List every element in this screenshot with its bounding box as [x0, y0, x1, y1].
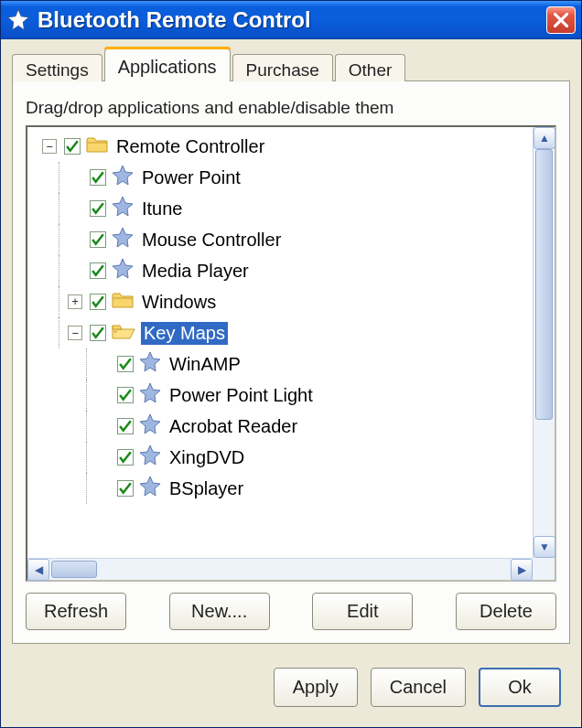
tree-node-winamp[interactable]: WinAMP [31, 348, 555, 380]
star-icon [112, 258, 134, 284]
checkbox[interactable] [90, 325, 106, 341]
ok-button[interactable]: Ok [479, 668, 561, 707]
star-icon [139, 476, 161, 502]
star-icon [139, 413, 161, 440]
scroll-h-track[interactable] [49, 559, 511, 580]
collapse-icon[interactable]: − [68, 326, 82, 340]
tree-view[interactable]: − Remote Controller Power Point [26, 125, 556, 582]
tree-node-windows[interactable]: + Windows [31, 286, 555, 317]
scroll-down-button[interactable]: ▼ [534, 536, 555, 558]
star-icon [139, 351, 161, 378]
tree-button-row: Refresh New.... Edit Delete [26, 593, 556, 630]
node-label[interactable]: Key Maps [141, 322, 228, 345]
scroll-left-button[interactable]: ◀ [27, 559, 49, 581]
tab-other[interactable]: Other [335, 54, 406, 81]
refresh-button[interactable]: Refresh [26, 593, 126, 630]
svg-marker-5 [140, 352, 160, 371]
svg-marker-8 [140, 445, 160, 465]
svg-marker-3 [113, 228, 133, 247]
scroll-up-button[interactable]: ▲ [534, 127, 555, 149]
tab-strip: Settings Applications Purchase Other [12, 48, 570, 81]
close-button[interactable] [546, 6, 576, 34]
star-icon [6, 8, 30, 32]
folder-open-icon [112, 322, 135, 345]
apply-button[interactable]: Apply [274, 668, 358, 707]
window-title: Bluetooth Remote Control [38, 7, 311, 33]
node-label[interactable]: Power Point Light [167, 384, 316, 407]
client-area: Settings Applications Purchase Other Dra… [1, 39, 581, 653]
svg-marker-2 [113, 197, 133, 216]
collapse-icon[interactable]: − [42, 139, 57, 154]
checkbox[interactable] [117, 356, 134, 372]
tab-panel-applications: Drag/drop applications and enable/disabl… [12, 80, 570, 644]
edit-button[interactable]: Edit [312, 593, 413, 630]
folder-icon [86, 135, 108, 158]
svg-marker-9 [140, 476, 160, 496]
node-label[interactable]: BSplayer [167, 477, 246, 500]
star-icon [139, 444, 161, 471]
star-icon [112, 165, 134, 191]
cancel-button[interactable]: Cancel [371, 668, 466, 707]
tree-node-xingdvd[interactable]: XingDVD [31, 442, 555, 473]
tree-node-power-point[interactable]: Power Point [31, 162, 555, 193]
tab-purchase[interactable]: Purchase [232, 54, 333, 81]
checkbox[interactable] [117, 387, 134, 403]
star-icon [112, 227, 134, 253]
checkbox[interactable] [117, 480, 134, 497]
scroll-v-thumb[interactable] [535, 149, 553, 420]
delete-button[interactable]: Delete [456, 593, 556, 630]
checkbox[interactable] [117, 418, 134, 434]
node-label[interactable]: Power Point [139, 166, 243, 189]
tree-node-bsplayer[interactable]: BSplayer [31, 473, 555, 504]
checkbox[interactable] [90, 169, 106, 186]
checkbox[interactable] [90, 294, 106, 310]
scroll-v-track[interactable] [534, 149, 555, 536]
expand-icon[interactable]: + [68, 294, 82, 309]
node-label[interactable]: Itune [139, 198, 185, 220]
star-icon [139, 382, 161, 409]
svg-marker-6 [140, 383, 160, 402]
instructions-label: Drag/drop applications and enable/disabl… [26, 98, 556, 118]
tab-settings[interactable]: Settings [12, 54, 102, 81]
node-label[interactable]: Mouse Controller [139, 229, 284, 252]
tree-list: − Remote Controller Power Point [27, 127, 555, 580]
tree-node-itune[interactable]: Itune [31, 193, 555, 224]
node-label[interactable]: XingDVD [167, 446, 247, 469]
checkbox[interactable] [90, 262, 106, 279]
folder-icon [112, 291, 134, 314]
tree-node-acrobat-reader[interactable]: Acrobat Reader [31, 411, 555, 442]
node-label[interactable]: Media Player [139, 260, 252, 283]
vertical-scrollbar[interactable]: ▲ ▼ [533, 127, 555, 558]
tab-applications[interactable]: Applications [104, 48, 231, 81]
svg-marker-0 [7, 9, 29, 30]
tree-node-power-point-light[interactable]: Power Point Light [31, 380, 555, 411]
svg-marker-1 [113, 166, 133, 185]
node-label[interactable]: Remote Controller [113, 135, 267, 158]
checkbox[interactable] [64, 138, 81, 155]
checkbox[interactable] [90, 231, 106, 248]
title-bar[interactable]: Bluetooth Remote Control [1, 1, 581, 39]
new-button[interactable]: New.... [169, 593, 270, 630]
tree-node-mouse-controller[interactable]: Mouse Controller [31, 224, 555, 255]
tree-node-remote-controller[interactable]: − Remote Controller [31, 131, 555, 162]
scroll-right-button[interactable]: ▶ [511, 559, 533, 581]
node-label[interactable]: Windows [139, 291, 219, 314]
tree-node-key-maps[interactable]: − Key Maps [31, 317, 555, 348]
scroll-h-thumb[interactable] [51, 561, 97, 578]
star-icon [112, 196, 134, 222]
app-window: Bluetooth Remote Control Settings Applic… [0, 0, 582, 728]
checkbox[interactable] [90, 200, 106, 217]
dialog-footer: Apply Cancel Ok [1, 653, 581, 727]
checkbox[interactable] [117, 449, 134, 466]
horizontal-scrollbar[interactable]: ◀ ▶ [27, 558, 533, 580]
tree-node-media-player[interactable]: Media Player [31, 255, 555, 286]
svg-marker-7 [140, 414, 160, 434]
svg-marker-4 [113, 259, 133, 278]
node-label[interactable]: Acrobat Reader [167, 415, 300, 438]
scroll-corner [533, 558, 555, 580]
node-label[interactable]: WinAMP [167, 353, 243, 376]
